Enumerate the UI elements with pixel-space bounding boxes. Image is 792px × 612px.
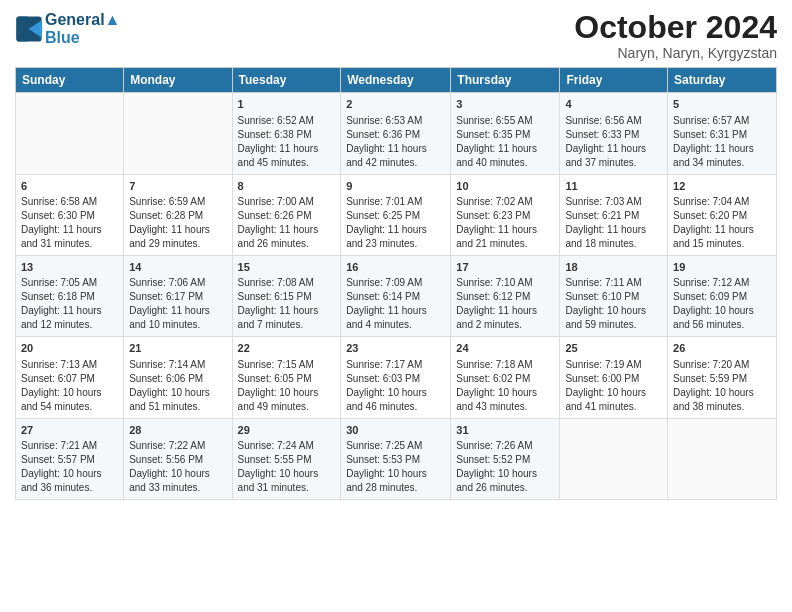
sunset-text: Sunset: 6:21 PM [565, 210, 639, 221]
daylight-text: Daylight: 11 hours and 29 minutes. [129, 224, 210, 249]
day-number: 31 [456, 423, 554, 438]
sunrise-text: Sunrise: 7:22 AM [129, 440, 205, 451]
daylight-text: Daylight: 10 hours and 28 minutes. [346, 468, 427, 493]
day-cell: 11Sunrise: 7:03 AMSunset: 6:21 PMDayligh… [560, 174, 668, 255]
day-number: 29 [238, 423, 336, 438]
day-cell: 5Sunrise: 6:57 AMSunset: 6:31 PMDaylight… [668, 93, 777, 174]
daylight-text: Daylight: 11 hours and 23 minutes. [346, 224, 427, 249]
sunset-text: Sunset: 5:57 PM [21, 454, 95, 465]
day-cell: 27Sunrise: 7:21 AMSunset: 5:57 PMDayligh… [16, 418, 124, 499]
day-cell: 6Sunrise: 6:58 AMSunset: 6:30 PMDaylight… [16, 174, 124, 255]
sunset-text: Sunset: 6:38 PM [238, 129, 312, 140]
col-header-sunday: Sunday [16, 68, 124, 93]
day-number: 24 [456, 341, 554, 356]
day-number: 4 [565, 97, 662, 112]
month-title: October 2024 [574, 10, 777, 45]
sunrise-text: Sunrise: 7:24 AM [238, 440, 314, 451]
sunrise-text: Sunrise: 7:26 AM [456, 440, 532, 451]
daylight-text: Daylight: 11 hours and 2 minutes. [456, 305, 537, 330]
sunset-text: Sunset: 5:59 PM [673, 373, 747, 384]
day-cell: 18Sunrise: 7:11 AMSunset: 6:10 PMDayligh… [560, 255, 668, 336]
daylight-text: Daylight: 11 hours and 40 minutes. [456, 143, 537, 168]
day-cell: 30Sunrise: 7:25 AMSunset: 5:53 PMDayligh… [341, 418, 451, 499]
daylight-text: Daylight: 10 hours and 46 minutes. [346, 387, 427, 412]
sunrise-text: Sunrise: 7:21 AM [21, 440, 97, 451]
day-number: 3 [456, 97, 554, 112]
day-cell: 12Sunrise: 7:04 AMSunset: 6:20 PMDayligh… [668, 174, 777, 255]
daylight-text: Daylight: 10 hours and 31 minutes. [238, 468, 319, 493]
daylight-text: Daylight: 11 hours and 31 minutes. [21, 224, 102, 249]
day-number: 21 [129, 341, 226, 356]
col-header-wednesday: Wednesday [341, 68, 451, 93]
day-number: 18 [565, 260, 662, 275]
week-row-3: 13Sunrise: 7:05 AMSunset: 6:18 PMDayligh… [16, 255, 777, 336]
logo-text: General▲ Blue [45, 10, 120, 47]
sunrise-text: Sunrise: 7:04 AM [673, 196, 749, 207]
day-cell: 14Sunrise: 7:06 AMSunset: 6:17 PMDayligh… [124, 255, 232, 336]
sunrise-text: Sunrise: 7:02 AM [456, 196, 532, 207]
day-number: 20 [21, 341, 118, 356]
sunrise-text: Sunrise: 7:09 AM [346, 277, 422, 288]
sunrise-text: Sunrise: 7:18 AM [456, 359, 532, 370]
day-number: 16 [346, 260, 445, 275]
sunset-text: Sunset: 6:12 PM [456, 291, 530, 302]
title-block: October 2024 Naryn, Naryn, Kyrgyzstan [574, 10, 777, 61]
sunset-text: Sunset: 6:14 PM [346, 291, 420, 302]
logo-icon [15, 15, 43, 43]
daylight-text: Daylight: 10 hours and 36 minutes. [21, 468, 102, 493]
day-cell: 24Sunrise: 7:18 AMSunset: 6:02 PMDayligh… [451, 337, 560, 418]
day-cell: 2Sunrise: 6:53 AMSunset: 6:36 PMDaylight… [341, 93, 451, 174]
day-cell: 29Sunrise: 7:24 AMSunset: 5:55 PMDayligh… [232, 418, 341, 499]
sunset-text: Sunset: 6:03 PM [346, 373, 420, 384]
day-number: 28 [129, 423, 226, 438]
sunrise-text: Sunrise: 6:56 AM [565, 115, 641, 126]
sunrise-text: Sunrise: 7:11 AM [565, 277, 641, 288]
col-header-saturday: Saturday [668, 68, 777, 93]
day-cell: 17Sunrise: 7:10 AMSunset: 6:12 PMDayligh… [451, 255, 560, 336]
day-number: 10 [456, 179, 554, 194]
day-number: 13 [21, 260, 118, 275]
daylight-text: Daylight: 11 hours and 26 minutes. [238, 224, 319, 249]
sunset-text: Sunset: 6:02 PM [456, 373, 530, 384]
daylight-text: Daylight: 10 hours and 49 minutes. [238, 387, 319, 412]
day-cell: 25Sunrise: 7:19 AMSunset: 6:00 PMDayligh… [560, 337, 668, 418]
daylight-text: Daylight: 11 hours and 18 minutes. [565, 224, 646, 249]
sunset-text: Sunset: 6:06 PM [129, 373, 203, 384]
sunrise-text: Sunrise: 7:19 AM [565, 359, 641, 370]
day-number: 22 [238, 341, 336, 356]
daylight-text: Daylight: 11 hours and 21 minutes. [456, 224, 537, 249]
sunrise-text: Sunrise: 7:15 AM [238, 359, 314, 370]
sunrise-text: Sunrise: 7:03 AM [565, 196, 641, 207]
daylight-text: Daylight: 10 hours and 38 minutes. [673, 387, 754, 412]
daylight-text: Daylight: 10 hours and 41 minutes. [565, 387, 646, 412]
day-number: 2 [346, 97, 445, 112]
sunrise-text: Sunrise: 7:25 AM [346, 440, 422, 451]
day-cell: 31Sunrise: 7:26 AMSunset: 5:52 PMDayligh… [451, 418, 560, 499]
daylight-text: Daylight: 11 hours and 4 minutes. [346, 305, 427, 330]
svg-rect-1 [16, 16, 29, 41]
day-cell: 28Sunrise: 7:22 AMSunset: 5:56 PMDayligh… [124, 418, 232, 499]
sunrise-text: Sunrise: 7:06 AM [129, 277, 205, 288]
sunrise-text: Sunrise: 6:55 AM [456, 115, 532, 126]
header: General▲ Blue October 2024 Naryn, Naryn,… [15, 10, 777, 61]
sunrise-text: Sunrise: 7:05 AM [21, 277, 97, 288]
sunset-text: Sunset: 6:20 PM [673, 210, 747, 221]
sunset-text: Sunset: 6:07 PM [21, 373, 95, 384]
day-number: 26 [673, 341, 771, 356]
daylight-text: Daylight: 10 hours and 56 minutes. [673, 305, 754, 330]
sunset-text: Sunset: 5:56 PM [129, 454, 203, 465]
sunset-text: Sunset: 6:09 PM [673, 291, 747, 302]
daylight-text: Daylight: 10 hours and 54 minutes. [21, 387, 102, 412]
day-number: 19 [673, 260, 771, 275]
main-container: General▲ Blue October 2024 Naryn, Naryn,… [0, 0, 792, 510]
sunset-text: Sunset: 5:52 PM [456, 454, 530, 465]
day-number: 11 [565, 179, 662, 194]
day-number: 7 [129, 179, 226, 194]
header-row: SundayMondayTuesdayWednesdayThursdayFrid… [16, 68, 777, 93]
day-cell: 22Sunrise: 7:15 AMSunset: 6:05 PMDayligh… [232, 337, 341, 418]
sunrise-text: Sunrise: 7:08 AM [238, 277, 314, 288]
sunset-text: Sunset: 6:30 PM [21, 210, 95, 221]
sunrise-text: Sunrise: 7:20 AM [673, 359, 749, 370]
day-number: 12 [673, 179, 771, 194]
day-number: 1 [238, 97, 336, 112]
